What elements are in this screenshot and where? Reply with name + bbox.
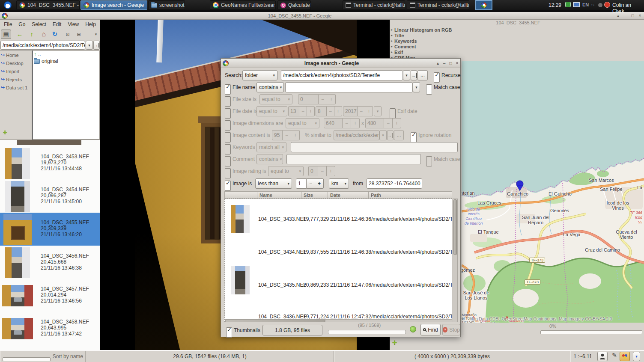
ignore-rotation-checkbox[interactable] xyxy=(411,132,417,142)
rating-op-dropdown[interactable]: equal to▾ xyxy=(268,166,304,176)
stop-button[interactable]: ×Stop xyxy=(442,324,460,335)
spinner-value[interactable]: 0 xyxy=(308,166,318,176)
spinner-plus[interactable]: + xyxy=(307,106,315,116)
color-profile-button[interactable] xyxy=(597,352,608,361)
section-keywords[interactable]: ▸Keywords xyxy=(391,38,417,44)
spinner-minus[interactable]: − xyxy=(283,130,291,140)
browse-button[interactable]: ... xyxy=(417,70,428,80)
spinner-minus[interactable]: − xyxy=(343,118,351,128)
external-edit-button[interactable] xyxy=(620,352,630,361)
bookmark-rejects[interactable]: ↪Rejects xyxy=(0,75,32,83)
taskbar-window-qalculate[interactable]: QQalculate! xyxy=(277,0,311,10)
file-name-checkbox[interactable] xyxy=(225,84,231,95)
maximize-button[interactable]: □ xyxy=(447,61,454,65)
spinner-minus[interactable]: − xyxy=(318,166,327,176)
shade-button[interactable]: ▴ xyxy=(435,61,441,65)
rating-checkbox[interactable] xyxy=(225,168,231,178)
horizontal-scrollbar[interactable] xyxy=(225,319,452,322)
spinner-value[interactable]: 2017 xyxy=(343,106,358,116)
spinner-value[interactable]: 13 xyxy=(288,106,299,116)
main-window-titlebar[interactable]: 104_DSC_3455.NEF - Geeqie ▴ – □ × xyxy=(0,12,644,20)
keywords-checkbox[interactable] xyxy=(225,144,231,154)
file-date-op-dropdown[interactable]: equal to▾ xyxy=(256,106,287,116)
close-button[interactable]: × xyxy=(454,61,460,65)
file-row-selected[interactable]: 104_DSC_3455.NEF 20,309,339 21/11/16 13:… xyxy=(0,213,100,246)
month-spinner[interactable]: 8 − + xyxy=(316,106,342,116)
file-row[interactable]: 104_DSC_3458.NEF 20,643,995 21/11/16 13:… xyxy=(0,312,100,345)
day-spinner[interactable]: 13 − + xyxy=(288,106,315,116)
spinner-plus[interactable]: + xyxy=(327,166,335,176)
file-row[interactable]: 104_DSC_3456.NEF 20,415,668 21/11/16 13:… xyxy=(0,246,100,279)
taskbar-window-screenshots[interactable]: screenshots xyxy=(148,0,185,10)
spinner-value[interactable]: 8 xyxy=(316,106,327,116)
search-path-entry[interactable]: /media/cclark/extern4/photos/SD2/Tenerif… xyxy=(281,70,403,80)
hide-panes-button[interactable]: ⊟ xyxy=(74,30,84,39)
up-button[interactable]: ↑ xyxy=(27,30,37,39)
keyboard-layout-indicator[interactable]: EN xyxy=(582,2,589,7)
path-apply-button[interactable]: → xyxy=(387,130,394,140)
zoom-status[interactable]: 1 :~6.11 xyxy=(570,351,595,362)
recurse-checkbox[interactable] xyxy=(434,72,440,83)
updates-tray-icon[interactable] xyxy=(565,2,571,7)
spinner-value[interactable]: 0 xyxy=(298,94,319,104)
column-header-path[interactable]: Path xyxy=(369,191,452,199)
taskbar-window-terminal-2[interactable]: Terminal - cclark@talltr... xyxy=(407,0,469,10)
bookmark-home[interactable]: ↪Home xyxy=(0,51,32,59)
exif-date-checkbox[interactable] xyxy=(390,108,396,119)
unit-dropdown[interactable]: km▾ xyxy=(329,178,349,189)
menu-help[interactable]: Help xyxy=(85,21,96,27)
session-tray-icon[interactable] xyxy=(604,2,610,8)
spinner-minus[interactable]: − xyxy=(384,118,393,128)
file-size-spinner[interactable]: 0 − + xyxy=(298,94,336,104)
spinner-plus[interactable]: + xyxy=(291,130,300,140)
gps-op-dropdown[interactable]: less than▾ xyxy=(255,178,292,189)
dimensions-checkbox[interactable] xyxy=(225,120,231,131)
keywords-op-dropdown[interactable]: match all▾ xyxy=(256,142,286,152)
results-list[interactable]: 104_DSC_3433.NEF 19,777,329 21/11/16 12:… xyxy=(224,199,452,322)
spinner-value[interactable]: 1 xyxy=(296,178,307,189)
applications-menu-button[interactable] xyxy=(2,0,14,10)
taskbar-window-geeqie-main[interactable]: 104_DSC_3455.NEF - G... xyxy=(16,0,80,10)
spinner-value[interactable]: 480 xyxy=(365,118,384,128)
similarity-spinner[interactable]: 95 − + xyxy=(272,130,300,140)
folder-item-original[interactable]: original xyxy=(33,58,99,65)
status-tray-icon[interactable] xyxy=(598,3,602,7)
section-title[interactable]: ▸Title xyxy=(391,33,404,38)
bookmark-import[interactable]: ↪Import xyxy=(0,67,32,75)
menu-go[interactable]: Go xyxy=(18,21,25,27)
back-button[interactable]: ← xyxy=(15,30,25,39)
calendar-dropdown-button[interactable]: ▾ xyxy=(374,106,382,116)
thumbnails-checkbox[interactable] xyxy=(226,327,232,338)
section-exif[interactable]: ▸Exif xyxy=(391,49,403,55)
rating-spinner[interactable]: 0 − + xyxy=(308,166,335,176)
path-apply-button[interactable]: → xyxy=(93,41,100,50)
add-bookmark-button[interactable]: + xyxy=(3,129,7,136)
section-histogram[interactable]: ▸Linear Histogram on RGB xyxy=(391,27,452,33)
keywords-entry[interactable] xyxy=(291,142,458,152)
taskbar-window-image-search[interactable]: Image search - Geeqie xyxy=(80,0,147,10)
spinner-value[interactable]: 640 xyxy=(324,118,343,128)
image-content-checkbox[interactable] xyxy=(225,132,231,142)
network-tray-icon[interactable]: ↑↓ xyxy=(591,3,595,7)
add-map-point-button[interactable]: + xyxy=(392,339,397,346)
column-header-date[interactable]: Date xyxy=(328,191,369,199)
file-row[interactable]: 104_DSC_3454.NEF 20,096,287 21/11/16 13:… xyxy=(0,180,100,213)
split-pane-button[interactable]: ▾ xyxy=(633,352,640,361)
file-name-entry[interactable] xyxy=(285,82,413,92)
file-name-history-dropdown[interactable]: ▾ xyxy=(413,82,420,92)
section-comment[interactable]: ▸Comment xyxy=(391,44,416,49)
minimize-button[interactable]: – xyxy=(441,61,447,65)
bookmark-desktop[interactable]: ↪Desktop xyxy=(0,59,32,67)
spinner-minus[interactable]: − xyxy=(319,94,327,104)
spinner-minus[interactable]: − xyxy=(327,106,334,116)
match-case-checkbox[interactable] xyxy=(426,156,432,166)
home-button[interactable]: ⌂ xyxy=(39,30,49,39)
gps-map[interactable]: Interian Las Cruces Garachico El Guincho… xyxy=(462,61,644,323)
path-dropdown-button[interactable]: ▾ xyxy=(86,41,93,50)
file-row[interactable]: 104_DSC_3453.NEF 19,973,270 21/11/16 13:… xyxy=(0,147,100,180)
dimensions-op-dropdown[interactable]: equal to▾ xyxy=(286,118,319,128)
spinner-value[interactable]: 95 xyxy=(272,130,283,140)
comment-op-dropdown[interactable]: contains▾ xyxy=(256,154,283,164)
spinner-plus[interactable]: + xyxy=(334,106,342,116)
browse-button[interactable]: ... xyxy=(394,130,404,140)
